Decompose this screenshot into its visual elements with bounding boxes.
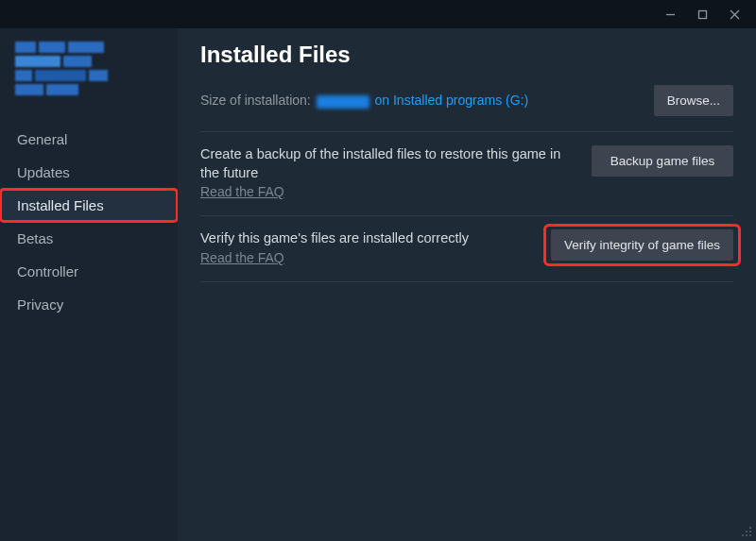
blurred-size-value [317,95,369,109]
browse-button[interactable]: Browse... [654,85,733,116]
minimize-icon [665,9,676,20]
install-drive-link[interactable]: on Installed programs (G:) [371,93,529,108]
minimize-button[interactable] [654,4,686,25]
svg-point-5 [746,531,747,533]
install-size-prefix: Size of installation: [200,93,315,108]
verify-text: Verify this game's files are installed c… [200,229,538,266]
svg-point-8 [746,534,747,536]
resize-grip-icon [739,524,752,537]
svg-point-4 [749,527,751,529]
sidebar-item-general[interactable]: General [0,123,178,156]
verify-integrity-button[interactable]: Verify integrity of game files [551,229,733,261]
svg-point-6 [749,531,751,533]
backup-description: Create a backup of the installed files t… [200,145,578,182]
content-panel: Installed Files Size of installation: on… [178,28,756,541]
maximize-button[interactable] [686,4,718,25]
sidebar-nav: General Updates Installed Files Betas Co… [0,123,178,321]
resize-grip[interactable] [739,524,752,537]
install-size-row: Size of installation: on Installed progr… [200,85,733,132]
close-button[interactable] [718,4,750,25]
backup-section: Create a backup of the installed files t… [200,132,733,216]
verify-highlight: Verify integrity of game files [551,229,733,261]
verify-description: Verify this game's files are installed c… [200,229,538,248]
install-size-text: Size of installation: on Installed progr… [200,93,528,108]
close-icon [730,9,740,20]
verify-section: Verify this game's files are installed c… [200,216,733,282]
backup-faq-link[interactable]: Read the FAQ [200,184,284,199]
sidebar-item-updates[interactable]: Updates [0,156,178,189]
titlebar [0,0,756,28]
svg-point-7 [742,534,744,536]
sidebar-item-installed-files[interactable]: Installed Files [0,189,178,222]
page-title: Installed Files [200,42,733,68]
verify-faq-link[interactable]: Read the FAQ [200,250,284,265]
backup-text: Create a backup of the installed files t… [200,145,578,200]
app-window: General Updates Installed Files Betas Co… [0,0,756,541]
window-body: General Updates Installed Files Betas Co… [0,28,756,541]
backup-game-files-button[interactable]: Backup game files [592,145,733,177]
maximize-icon [697,9,708,20]
sidebar-item-betas[interactable]: Betas [0,222,178,255]
svg-rect-1 [698,10,706,18]
sidebar: General Updates Installed Files Betas Co… [0,28,178,541]
sidebar-item-privacy[interactable]: Privacy [0,288,178,321]
sidebar-item-controller[interactable]: Controller [0,255,178,288]
svg-point-9 [749,534,751,536]
game-header-image [0,32,178,117]
blurred-game-logo [15,42,138,94]
